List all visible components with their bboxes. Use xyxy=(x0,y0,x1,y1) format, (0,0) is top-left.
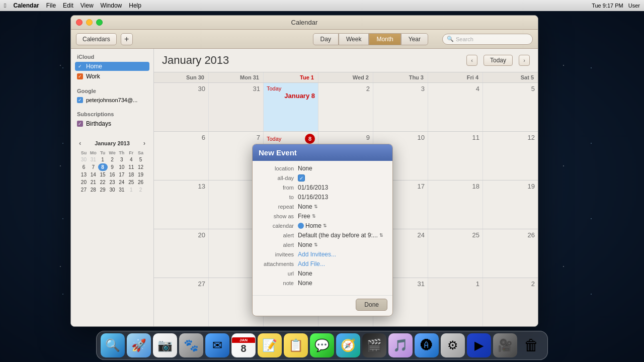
mini-day-29[interactable]: 29 xyxy=(98,186,108,194)
prev-month-button[interactable]: ‹ xyxy=(466,55,477,66)
to-value[interactable]: 01/16/2013 xyxy=(298,194,328,201)
mini-day-12[interactable]: 12 xyxy=(136,163,145,171)
mini-day-19[interactable]: 19 xyxy=(136,171,145,178)
cell-31a[interactable]: 31 xyxy=(209,83,264,131)
url-value[interactable]: None xyxy=(298,270,312,277)
mini-day-18[interactable]: 18 xyxy=(126,171,136,178)
cell-12[interactable]: 12 xyxy=(483,132,538,180)
menu-calendar[interactable]: Calendar xyxy=(13,2,39,9)
finder-icon[interactable]: 🔍 xyxy=(101,333,125,357)
mini-day-3[interactable]: 3 xyxy=(117,156,126,163)
mini-day-15[interactable]: 15 xyxy=(98,171,108,178)
cell-19[interactable]: 19 xyxy=(483,180,538,229)
menu-view[interactable]: View xyxy=(80,2,94,9)
cell-2[interactable]: 2 xyxy=(318,83,373,131)
alert1-select[interactable]: Default (the day before at 9:... ⇅ xyxy=(298,232,383,239)
mini-day-11[interactable]: 11 xyxy=(126,163,136,171)
notes-icon[interactable]: 📝 xyxy=(258,333,282,357)
attachments-link[interactable]: Add File... xyxy=(298,260,325,267)
cell-20[interactable]: 20 xyxy=(154,229,209,278)
messages-icon[interactable]: 💬 xyxy=(310,333,334,357)
today-button[interactable]: Today xyxy=(484,55,513,66)
cell-4[interactable]: 4 xyxy=(428,83,483,131)
trash-icon[interactable]: 🗑 xyxy=(519,333,543,357)
mini-day-23[interactable]: 23 xyxy=(108,178,117,186)
view-day-button[interactable]: Day xyxy=(313,33,339,45)
done-button[interactable]: Done xyxy=(356,299,387,311)
mini-day-13[interactable]: 13 xyxy=(79,171,89,178)
calendar-dock-icon[interactable]: JAN 8 xyxy=(231,333,256,357)
from-value[interactable]: 01/16/2013 xyxy=(298,184,328,191)
alert2-select[interactable]: None ⇅ xyxy=(298,241,318,248)
appstore-icon[interactable]: 🅐 xyxy=(415,333,439,357)
iphoto-icon[interactable]: 📷 xyxy=(153,333,177,357)
maximize-button[interactable] xyxy=(96,19,103,26)
calendars-button[interactable]: Calendars xyxy=(76,33,117,45)
note-value[interactable]: None xyxy=(298,280,312,287)
cell-1b[interactable]: 1 xyxy=(428,278,483,326)
mini-day-27[interactable]: 27 xyxy=(79,186,89,194)
minimize-button[interactable] xyxy=(86,19,93,26)
showas-select[interactable]: Free ⇅ xyxy=(298,213,316,220)
menu-file[interactable]: File xyxy=(46,2,56,9)
quicktime-icon[interactable]: ▶ xyxy=(467,333,491,357)
mini-day-2[interactable]: 2 xyxy=(108,156,117,163)
cell-27[interactable]: 27 xyxy=(154,278,209,326)
sidebar-item-home[interactable]: ✓ Home xyxy=(75,62,149,71)
cell-3[interactable]: 3 xyxy=(373,83,428,131)
itunes-icon[interactable]: 🎵 xyxy=(388,333,413,357)
next-month-button[interactable]: › xyxy=(519,55,530,66)
cell-25[interactable]: 25 xyxy=(428,229,483,278)
apple-menu[interactable]:  xyxy=(4,2,6,9)
mini-cal-prev[interactable]: ‹ xyxy=(79,139,81,147)
stickies-icon[interactable]: 📋 xyxy=(284,333,308,357)
cell-18[interactable]: 18 xyxy=(428,180,483,229)
mini-day-9[interactable]: 9 xyxy=(108,163,117,171)
google-checkbox[interactable]: ✓ xyxy=(77,97,83,103)
sidebar-item-google[interactable]: ✓ peterjohnson734@... xyxy=(75,96,149,104)
cell-2b[interactable]: 2 xyxy=(483,278,538,326)
add-calendar-button[interactable]: + xyxy=(121,33,133,45)
mini-day-1[interactable]: 1 xyxy=(98,156,108,163)
mini-day-6[interactable]: 6 xyxy=(79,163,89,171)
cell-6[interactable]: 6 xyxy=(154,132,209,180)
capture-icon[interactable]: 🎥 xyxy=(493,333,517,357)
birthdays-checkbox[interactable]: ✓ xyxy=(77,121,83,127)
cell-30a[interactable]: 30 xyxy=(154,83,209,131)
mini-day-20[interactable]: 20 xyxy=(79,178,89,186)
sidebar-item-birthdays[interactable]: ✓ Birthdays xyxy=(75,119,149,128)
mini-day-8-today[interactable]: 8 xyxy=(98,163,108,171)
location-value[interactable]: None xyxy=(298,165,312,172)
cell-13[interactable]: 13 xyxy=(154,180,209,229)
mini-day-16[interactable]: 16 xyxy=(108,171,117,178)
cell-11[interactable]: 11 xyxy=(428,132,483,180)
mini-day-31[interactable]: 31 xyxy=(117,186,126,194)
mini-day-4[interactable]: 4 xyxy=(126,156,136,163)
view-year-button[interactable]: Year xyxy=(401,33,428,45)
cell-1[interactable]: Today January 8 xyxy=(264,83,318,131)
mini-day-1b[interactable]: 1 xyxy=(126,186,136,194)
systemprefs-icon[interactable]: ⚙ xyxy=(441,333,465,357)
search-box[interactable]: 🔍 Search xyxy=(442,34,533,45)
allday-checkbox[interactable]: ✓ xyxy=(298,174,305,182)
osx-icon[interactable]: 🐾 xyxy=(179,333,203,357)
repeat-select[interactable]: None ⇅ xyxy=(298,203,318,210)
mini-day-7[interactable]: 7 xyxy=(89,163,98,171)
mini-day-22[interactable]: 22 xyxy=(98,178,108,186)
mini-day-25[interactable]: 25 xyxy=(126,178,136,186)
cell-5[interactable]: 5 xyxy=(483,83,538,131)
mail-icon[interactable]: ✉ xyxy=(205,333,229,357)
mini-day-21[interactable]: 21 xyxy=(89,178,98,186)
launchpad-icon[interactable]: 🚀 xyxy=(127,333,151,357)
cell-26[interactable]: 26 xyxy=(483,229,538,278)
calendar-select[interactable]: Home ⇅ xyxy=(298,222,327,229)
work-checkbox[interactable]: ✓ xyxy=(77,73,83,79)
mini-day-10[interactable]: 10 xyxy=(117,163,126,171)
mini-day-26[interactable]: 26 xyxy=(136,178,145,186)
invitees-link[interactable]: Add Invitees... xyxy=(298,251,336,258)
imovie-icon[interactable]: 🎬 xyxy=(362,333,386,357)
home-checkbox[interactable]: ✓ xyxy=(77,63,83,69)
menu-help[interactable]: Help xyxy=(129,2,141,9)
mini-day-2b[interactable]: 2 xyxy=(136,186,145,194)
mini-day-17[interactable]: 17 xyxy=(117,171,126,178)
